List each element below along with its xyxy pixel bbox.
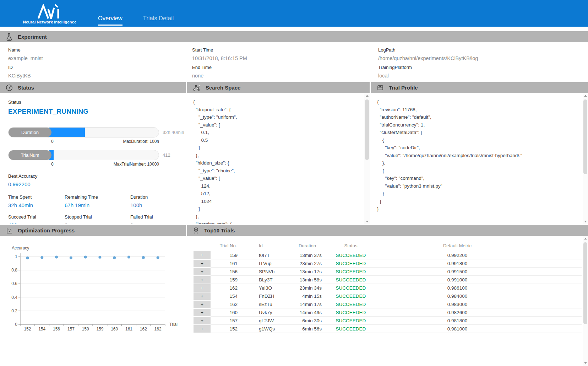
expand-button[interactable]: +: [194, 284, 211, 292]
cell-id: sEzTu: [246, 300, 289, 308]
trial-profile-panel: Trial Profile { "revision": 11768, "auth…: [371, 82, 588, 224]
expand-button[interactable]: +: [194, 292, 211, 300]
scroll-down-arrow-icon[interactable]: [364, 219, 370, 224]
scroll-up-arrow-icon[interactable]: [583, 93, 588, 98]
brand[interactable]: Neural Network Intelligence: [23, 4, 77, 27]
progress-label: Duration: [9, 128, 51, 137]
middle-panels: Status Status EXPERIMENT_RUNNING Duratio…: [0, 82, 588, 224]
trial-row: +159t0I7T13min 37sSUCCEEDED0.992200: [194, 251, 582, 259]
progress-bars: Duration32h 40min0MaxDuration: 100hTrial…: [8, 127, 186, 167]
search-space-scrollbar[interactable]: [364, 93, 370, 224]
cell-id: BLy3T: [246, 276, 289, 284]
stat-label: Failed Trial: [130, 214, 186, 220]
experiment-column-3: LogPath/home/quzha/nni/experiments/KCiBy…: [378, 44, 588, 79]
cell-trial_no: 157: [211, 317, 246, 325]
bottom-panels: Optimization Progress Accuracy10.80.60.4…: [0, 225, 588, 366]
scatter-plot-icon: [6, 227, 13, 234]
scatter-point: [40, 256, 43, 259]
scatter-point: [142, 256, 145, 259]
trial-row: +159BLy3T13min 58sSUCCEEDED0.991000: [194, 276, 582, 284]
scrollbar-thumb[interactable]: [583, 99, 587, 174]
cell-id: gL2JW: [246, 317, 289, 325]
cell-id: ITVup: [246, 259, 289, 268]
best-accuracy-value: 0.992200: [8, 181, 186, 187]
progress-track: TrialNum: [8, 150, 159, 160]
cell-status: SUCCEEDED: [326, 276, 376, 284]
scroll-down-arrow-icon[interactable]: [583, 360, 588, 366]
scrollbar-thumb[interactable]: [365, 99, 369, 160]
cell-status: SUCCEEDED: [326, 292, 376, 300]
field-value: KCiBytKB: [8, 73, 192, 79]
field-value: none: [192, 73, 378, 79]
field-value: example_mnist: [8, 55, 192, 61]
section-title: Top10 Trials: [204, 227, 235, 233]
scale-min: 0: [51, 162, 54, 167]
row-filler: [539, 292, 582, 300]
status-label: Status: [8, 99, 186, 105]
scroll-up-arrow-icon[interactable]: [583, 236, 588, 241]
trial-profile-scrollbar[interactable]: [583, 93, 588, 224]
y-tick-label: 0.4: [11, 295, 17, 300]
cell-metric: 0.991000: [376, 276, 539, 284]
experiment-grid: Nameexample_mnistIDKCiBytKBStart Time10/…: [0, 42, 588, 82]
row-filler: [539, 300, 582, 308]
stat-value: 32h 40min: [8, 202, 65, 208]
scale-min: 0: [51, 139, 54, 144]
optimization-section-header: Optimization Progress: [0, 225, 186, 236]
expand-button[interactable]: +: [194, 300, 211, 308]
stat-failed-trial: Failed Trial9: [130, 214, 186, 224]
expand-button[interactable]: +: [194, 308, 211, 317]
x-tick-label: 157: [67, 327, 75, 332]
nav-tabs: OverviewTrials Detail: [98, 15, 194, 27]
expand-button[interactable]: +: [194, 259, 211, 268]
col-header-trial_no: Trial No.: [211, 242, 246, 251]
cell-duration: 14min 49s: [289, 308, 326, 317]
col-header-id: Id: [246, 242, 289, 251]
best-accuracy-label: Best Accuracy: [8, 173, 186, 179]
cell-metric: 0.983000: [376, 300, 539, 308]
field-label: TrainingPlatform: [378, 65, 588, 70]
cell-metric: 0.991500: [376, 268, 539, 276]
expand-button[interactable]: +: [194, 268, 211, 276]
row-filler: [539, 317, 582, 325]
scatter-point: [26, 257, 29, 259]
trial-profile-section-header: Trial Profile: [371, 82, 588, 93]
cell-status: SUCCEEDED: [326, 284, 376, 292]
top10-scrollbar[interactable]: [583, 236, 588, 366]
expand-button[interactable]: +: [194, 251, 211, 259]
x-tick-label: 160: [111, 327, 118, 332]
scatter-point: [98, 256, 101, 259]
expand-button[interactable]: +: [194, 276, 211, 284]
expand-button[interactable]: +: [194, 317, 211, 325]
scale-max: MaxTrialNumber: 10000: [114, 162, 159, 167]
trial-row: +160Uvk7y14min 49sSUCCEEDED0.982600: [194, 308, 582, 317]
brand-text: Neural Network Intelligence: [23, 20, 77, 24]
top10-section: Top10 Trials Trial No.IdDurationStatusDe…: [187, 225, 588, 366]
row-filler: [539, 251, 582, 259]
stat-value: 403: [8, 222, 65, 224]
medal-icon: [193, 227, 199, 235]
cell-id: SPNVb: [246, 268, 289, 276]
status-section-header: Status: [0, 82, 186, 93]
x-tick-label: 154: [38, 327, 45, 332]
expand-button[interactable]: +: [194, 325, 211, 333]
scroll-up-arrow-icon[interactable]: [364, 93, 370, 98]
stat-succeed-trial: Succeed Trial403: [8, 214, 65, 224]
flask-icon: [6, 33, 13, 41]
accuracy-chart-svg: Accuracy10.80.60.40.20152154156157159159…: [11, 244, 186, 337]
cell-trial_no: 159: [211, 251, 246, 259]
tab-trials-detail[interactable]: Trials Detail: [143, 15, 174, 27]
tab-overview[interactable]: Overview: [98, 15, 123, 26]
scroll-down-arrow-icon[interactable]: [583, 219, 588, 224]
cell-metric: 0.984000: [376, 292, 539, 300]
cell-trial_no: 154: [211, 292, 246, 300]
status-panel: Status Status EXPERIMENT_RUNNING Duratio…: [0, 82, 186, 224]
search-space-section-header: Search Space: [187, 82, 370, 93]
trial-row: +152g1WQs6min 56sSUCCEEDED0.981000: [194, 325, 582, 333]
section-title: Search Space: [206, 85, 240, 91]
cell-trial_no: 162: [211, 300, 246, 308]
y-tick-label: 0.8: [11, 268, 17, 273]
cell-id: FnDZH: [246, 292, 289, 300]
scrollbar-thumb[interactable]: [583, 242, 587, 324]
cell-duration: 13min 37s: [289, 251, 326, 259]
